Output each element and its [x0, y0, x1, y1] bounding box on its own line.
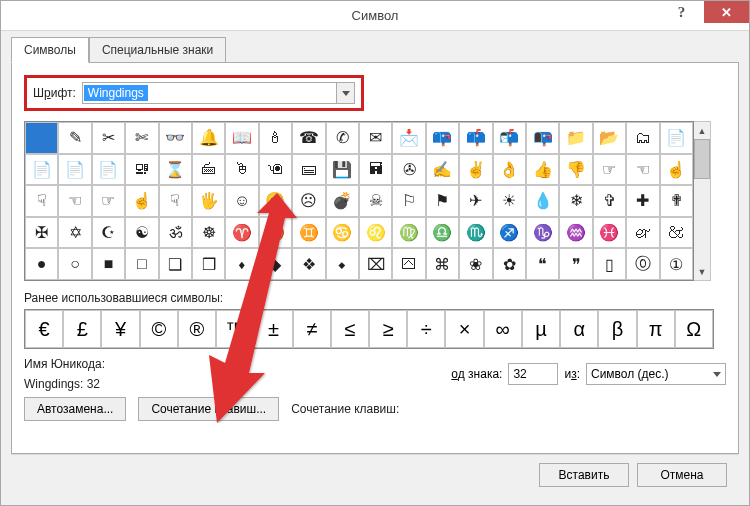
glyph-cell[interactable]: 📄: [660, 122, 693, 154]
glyph-cell[interactable]: ⌛: [159, 154, 192, 186]
recent-cell[interactable]: ×: [445, 310, 483, 348]
glyph-cell[interactable]: ⮹: [392, 248, 425, 280]
glyph-cell[interactable]: 🙵: [660, 217, 693, 249]
glyph-cell[interactable]: ❑: [159, 248, 192, 280]
glyph-cell[interactable]: ☎: [292, 122, 325, 154]
glyph-cell[interactable]: 💧: [526, 185, 559, 217]
recent-cell[interactable]: ©: [140, 310, 178, 348]
glyph-cell[interactable]: ⚑: [426, 185, 459, 217]
scroll-thumb[interactable]: [694, 139, 710, 179]
glyph-scrollbar[interactable]: ▲ ▼: [694, 121, 711, 281]
glyph-cell[interactable]: ⬧: [225, 248, 258, 280]
glyph-cell[interactable]: ☸: [192, 217, 225, 249]
recent-cell[interactable]: Ω: [675, 310, 713, 348]
from-dropdown[interactable]: Символ (дес.): [586, 363, 726, 385]
glyph-cell[interactable]: ☝: [125, 185, 158, 217]
glyph-cell[interactable]: ▯: [593, 248, 626, 280]
glyph-cell[interactable]: ■: [92, 248, 125, 280]
glyph-cell[interactable]: ✿: [493, 248, 526, 280]
glyph-cell[interactable]: □: [125, 248, 158, 280]
glyph-cell[interactable]: 📖: [225, 122, 258, 154]
glyph-cell[interactable]: ✡: [58, 217, 91, 249]
glyph-cell[interactable]: ☝: [660, 154, 693, 186]
glyph-cell[interactable]: ☜: [626, 154, 659, 186]
glyph-cell[interactable]: 🕯: [259, 122, 292, 154]
glyph-cell[interactable]: 👎: [559, 154, 592, 186]
glyph-cell[interactable]: ♌: [359, 217, 392, 249]
glyph-cell[interactable]: ♍: [392, 217, 425, 249]
insert-button[interactable]: Вставить: [539, 463, 629, 487]
glyph-cell[interactable]: 📄: [25, 154, 58, 186]
glyph-cell[interactable]: 😐: [259, 185, 292, 217]
code-input[interactable]: [508, 363, 558, 385]
glyph-cell[interactable]: 🔔: [192, 122, 225, 154]
glyph-cell[interactable]: 📬: [493, 122, 526, 154]
glyph-cell[interactable]: ☟: [25, 185, 58, 217]
glyph-cell[interactable]: ॐ: [159, 217, 192, 249]
help-button[interactable]: ?: [659, 1, 704, 23]
glyph-cell[interactable]: 🖴: [292, 154, 325, 186]
glyph-cell[interactable]: ❝: [526, 248, 559, 280]
glyph-cell[interactable]: ✚: [626, 185, 659, 217]
glyph-cell[interactable]: ⓪: [626, 248, 659, 280]
glyph-cell[interactable]: ♑: [526, 217, 559, 249]
recent-cell[interactable]: α: [560, 310, 598, 348]
glyph-cell[interactable]: ✠: [25, 217, 58, 249]
glyph-cell[interactable]: 📭: [526, 122, 559, 154]
glyph-cell[interactable]: ♐: [493, 217, 526, 249]
glyph-cell[interactable]: 📁: [559, 122, 592, 154]
glyph-cell[interactable]: ✍: [426, 154, 459, 186]
glyph-cell[interactable]: 🖰: [225, 154, 258, 186]
glyph-cell[interactable]: ✄: [125, 122, 158, 154]
recent-cell[interactable]: β: [598, 310, 636, 348]
glyph-cell[interactable]: ✟: [660, 185, 693, 217]
recent-cell[interactable]: ≤: [331, 310, 369, 348]
glyph-cell[interactable]: ❒: [192, 248, 225, 280]
glyph-cell[interactable]: ♊: [292, 217, 325, 249]
glyph-cell[interactable]: ☞: [593, 154, 626, 186]
glyph-cell[interactable]: ☺: [225, 185, 258, 217]
glyph-cell[interactable]: ❞: [559, 248, 592, 280]
glyph-cell[interactable]: ♏: [459, 217, 492, 249]
glyph-cell[interactable]: ✉: [359, 122, 392, 154]
glyph-cell[interactable]: ☟: [159, 185, 192, 217]
glyph-cell[interactable]: 📩: [392, 122, 425, 154]
recent-cell[interactable]: ≠: [293, 310, 331, 348]
glyph-cell[interactable]: ✎: [58, 122, 91, 154]
scroll-up-arrow-icon[interactable]: ▲: [694, 122, 710, 139]
glyph-cell[interactable]: 📄: [92, 154, 125, 186]
glyph-cell[interactable]: 🙰: [626, 217, 659, 249]
glyph-cell[interactable]: 💣: [326, 185, 359, 217]
recent-cell[interactable]: µ: [522, 310, 560, 348]
glyph-cell[interactable]: 📂: [593, 122, 626, 154]
glyph-cell[interactable]: ✂: [92, 122, 125, 154]
glyph-cell[interactable]: 🖳: [125, 154, 158, 186]
glyph-cell[interactable]: ☠: [359, 185, 392, 217]
glyph-cell[interactable]: 🖬: [359, 154, 392, 186]
tab-symbols[interactable]: Символы: [11, 37, 89, 63]
glyph-cell[interactable]: ○: [58, 248, 91, 280]
glyph-cell[interactable]: ✇: [392, 154, 425, 186]
recent-cell[interactable]: ≥: [369, 310, 407, 348]
glyph-cell[interactable]: ✞: [593, 185, 626, 217]
autoreplace-button[interactable]: Автозамена...: [24, 397, 126, 421]
glyph-cell[interactable]: ♋: [326, 217, 359, 249]
glyph-cell[interactable]: 👓: [159, 122, 192, 154]
recent-cell[interactable]: ∞: [484, 310, 522, 348]
glyph-cell[interactable]: ⌧: [359, 248, 392, 280]
glyph-cell[interactable]: 👍: [526, 154, 559, 186]
glyph-cell[interactable]: ①: [660, 248, 693, 280]
glyph-cell[interactable]: ✈: [459, 185, 492, 217]
glyph-cell[interactable]: ✆: [326, 122, 359, 154]
glyph-cell[interactable]: ♉: [259, 217, 292, 249]
glyph-cell[interactable]: 📄: [58, 154, 91, 186]
glyph-cell[interactable]: ◆: [259, 248, 292, 280]
tab-special[interactable]: Специальные знаки: [89, 37, 226, 63]
font-dropdown[interactable]: Wingdings: [82, 82, 355, 104]
glyph-cell[interactable]: ☯: [125, 217, 158, 249]
glyph-cell[interactable]: ⚐: [392, 185, 425, 217]
glyph-cell[interactable]: ♈: [225, 217, 258, 249]
glyph-cell[interactable]: 📫: [459, 122, 492, 154]
recent-cell[interactable]: π: [637, 310, 675, 348]
glyph-cell[interactable]: 👌: [493, 154, 526, 186]
